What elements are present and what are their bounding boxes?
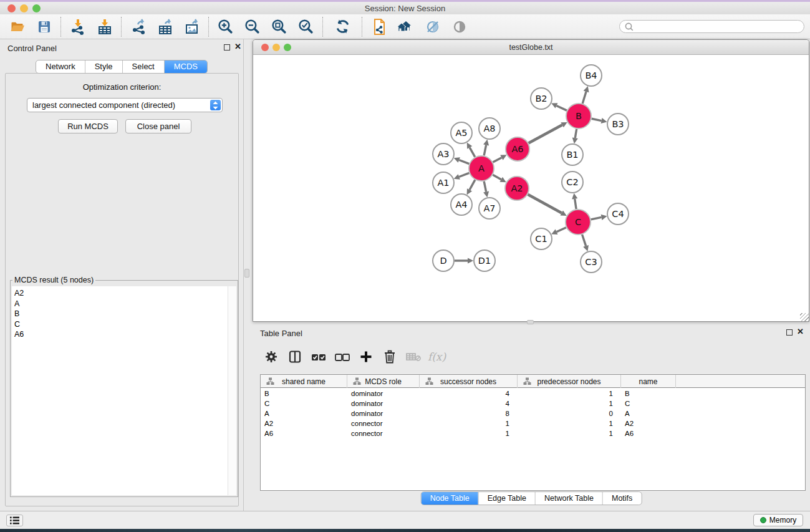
- close-panel-icon[interactable]: ✕: [234, 42, 241, 51]
- table-tab-edge-table[interactable]: Edge Table: [479, 492, 536, 505]
- select-all-checkboxes-icon[interactable]: [309, 347, 328, 367]
- hide-labels-icon[interactable]: [419, 16, 446, 37]
- export-network-icon[interactable]: [125, 16, 152, 37]
- edge-C-C1[interactable]: [557, 228, 566, 232]
- float-table-panel-icon[interactable]: [786, 329, 793, 336]
- edge-C-C4[interactable]: [591, 217, 602, 219]
- tab-select[interactable]: Select: [123, 60, 165, 73]
- node-A1[interactable]: A1: [433, 172, 454, 193]
- node-A6[interactable]: A6: [506, 137, 529, 161]
- network-vertical-scrollbar-thumb[interactable]: [244, 269, 249, 278]
- table-tab-motifs[interactable]: Motifs: [603, 492, 641, 505]
- close-window-button[interactable]: [7, 4, 16, 12]
- table-row[interactable]: Cdominator41C: [261, 399, 805, 409]
- mcds-result-item[interactable]: A6: [14, 329, 228, 340]
- mcds-result-item[interactable]: B: [14, 309, 228, 319]
- node-B1[interactable]: B1: [562, 144, 583, 165]
- save-session-icon[interactable]: [31, 16, 57, 37]
- node-B3[interactable]: B3: [607, 114, 629, 135]
- table-settings-gear-icon[interactable]: [261, 347, 281, 367]
- node-C3[interactable]: C3: [581, 251, 602, 273]
- node-A7[interactable]: A7: [479, 198, 500, 219]
- network-minimize-button[interactable]: [272, 44, 280, 51]
- edge-B-B4[interactable]: [582, 92, 586, 104]
- close-panel-button[interactable]: Close panel: [125, 119, 191, 133]
- network-resize-grip[interactable]: [800, 313, 809, 321]
- mcds-result-scrollbar[interactable]: [228, 286, 236, 495]
- float-panel-icon[interactable]: [224, 44, 230, 51]
- network-zoom-button[interactable]: [284, 44, 291, 51]
- zoom-fit-icon[interactable]: [266, 16, 292, 37]
- network-close-button[interactable]: [261, 44, 269, 51]
- node-D[interactable]: D: [433, 250, 454, 271]
- refresh-layout-icon[interactable]: [326, 16, 359, 37]
- node-A2[interactable]: A2: [505, 177, 529, 200]
- delete-column-trash-icon[interactable]: [380, 347, 399, 367]
- export-table-icon[interactable]: [152, 16, 178, 37]
- table-row[interactable]: Bdominator41B: [261, 389, 805, 399]
- edge-A-A6[interactable]: [493, 158, 502, 162]
- import-table-icon[interactable]: [91, 16, 118, 37]
- search-input[interactable]: [619, 20, 804, 33]
- edge-A-A5[interactable]: [470, 148, 475, 157]
- import-network-icon[interactable]: [64, 16, 91, 37]
- edge-A-A4[interactable]: [470, 180, 475, 190]
- column-header-successor-nodes[interactable]: successor nodes: [420, 375, 518, 388]
- node-C2[interactable]: C2: [562, 172, 583, 193]
- run-mcds-button[interactable]: Run MCDS: [58, 119, 118, 133]
- node-A5[interactable]: A5: [451, 122, 472, 143]
- table-tab-network-table[interactable]: Network Table: [536, 492, 603, 505]
- mcds-result-item[interactable]: A2: [14, 288, 228, 299]
- node-C1[interactable]: C1: [531, 228, 552, 249]
- table-row[interactable]: A2connector11A2: [261, 418, 805, 428]
- tab-style[interactable]: Style: [85, 60, 123, 73]
- edge-A-A2[interactable]: [493, 175, 501, 180]
- edge-A2-C[interactable]: [528, 195, 562, 213]
- table-row[interactable]: A6connector11A6: [261, 428, 805, 438]
- edge-A-A1[interactable]: [459, 173, 469, 177]
- network-graph[interactable]: AA1A2A3A4A5A6A7A8BB1B2B3B4CC1C2C3C4DD1: [253, 55, 809, 321]
- edge-A6-B[interactable]: [529, 125, 562, 143]
- session-file-icon[interactable]: [365, 16, 392, 37]
- node-A[interactable]: A: [469, 156, 494, 181]
- column-panel-icon[interactable]: [285, 347, 304, 367]
- node-A8[interactable]: A8: [479, 118, 500, 139]
- memory-button[interactable]: Memory: [753, 514, 803, 526]
- mcds-result-item[interactable]: C: [14, 319, 228, 330]
- node-D1[interactable]: D1: [474, 250, 495, 271]
- zoom-selected-icon[interactable]: [292, 16, 319, 37]
- mcds-result-item[interactable]: A: [14, 299, 228, 309]
- optimization-criterion-select[interactable]: largest connected component (directed): [27, 98, 223, 112]
- node-B[interactable]: B: [566, 104, 591, 128]
- node-A3[interactable]: A3: [433, 143, 454, 165]
- task-history-list-button[interactable]: [6, 515, 23, 526]
- edge-A-A7[interactable]: [484, 181, 486, 192]
- edge-A-A3[interactable]: [459, 160, 469, 164]
- edge-C-C3[interactable]: [582, 235, 586, 246]
- close-table-panel-icon[interactable]: ✕: [797, 327, 804, 336]
- edge-B-B3[interactable]: [592, 118, 602, 120]
- edge-B-B1[interactable]: [575, 129, 576, 138]
- node-C[interactable]: C: [566, 210, 591, 235]
- zoom-window-button[interactable]: [32, 4, 41, 12]
- column-header-name[interactable]: name: [621, 375, 676, 388]
- network-horizontal-scrollbar-thumb[interactable]: [527, 320, 534, 324]
- edge-C-C2[interactable]: [575, 199, 576, 209]
- node-B4[interactable]: B4: [581, 65, 602, 86]
- graphics-details-eye-icon[interactable]: [446, 16, 473, 37]
- network-canvas[interactable]: AA1A2A3A4A5A6A7A8BB1B2B3B4CC1C2C3C4DD1: [253, 55, 809, 321]
- table-row[interactable]: Adominator80A: [261, 409, 805, 418]
- column-header-shared-name[interactable]: shared name: [261, 375, 347, 388]
- export-image-icon[interactable]: [178, 16, 205, 37]
- network-window-titlebar[interactable]: testGlobe.txt: [253, 40, 809, 55]
- column-header-predecessor-nodes[interactable]: predecessor nodes: [518, 375, 621, 388]
- zoom-in-icon[interactable]: [212, 16, 239, 37]
- deselect-all-checkboxes-icon[interactable]: [332, 347, 352, 367]
- node-B2[interactable]: B2: [531, 88, 552, 109]
- edge-B-B2[interactable]: [556, 105, 567, 110]
- mcds-result-list[interactable]: A2ABCA6: [12, 286, 228, 495]
- home-icon[interactable]: [392, 16, 419, 37]
- node-A4[interactable]: A4: [451, 194, 472, 215]
- node-C4[interactable]: C4: [607, 203, 629, 225]
- column-header-MCDS-role[interactable]: MCDS role: [347, 375, 420, 388]
